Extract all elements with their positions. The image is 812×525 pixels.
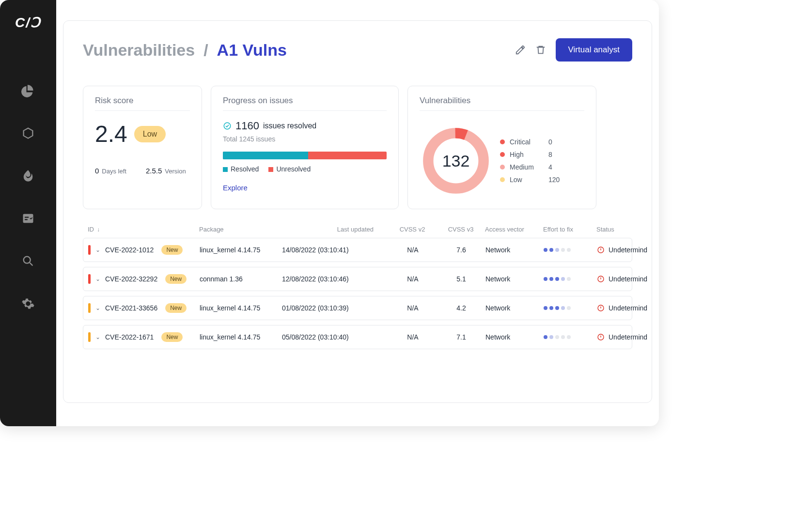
- table-row[interactable]: ⌄ CVE-2022-1012 New linux_kernel 4.14.75…: [83, 238, 632, 262]
- donut-chart: 132: [420, 124, 492, 197]
- app-window: C/Ↄ Vulner: [0, 0, 659, 426]
- logo: C/Ↄ: [15, 15, 41, 31]
- checklist-icon[interactable]: [21, 212, 35, 225]
- breadcrumb-current: A1 Vulns: [217, 41, 287, 60]
- col-vector[interactable]: Access vector: [485, 226, 543, 233]
- card-title: Progress on issues: [223, 96, 387, 111]
- table-row[interactable]: ⌄ CVE-2022-1671 New linux_kernel 4.14.75…: [83, 325, 632, 349]
- cell-effort: [544, 248, 597, 252]
- chevron-down-icon[interactable]: ⌄: [95, 305, 100, 311]
- severity-bar: [88, 245, 91, 255]
- col-last-updated[interactable]: Last updated: [281, 226, 388, 233]
- alert-circle-icon: [597, 246, 605, 254]
- chevron-down-icon[interactable]: ⌄: [95, 276, 100, 282]
- card-title: Risk score: [95, 96, 190, 111]
- cell-id: ⌄ CVE-2022-32292 New: [88, 274, 200, 284]
- cell-effort: [544, 306, 597, 310]
- new-badge: New: [161, 332, 183, 342]
- alert-circle-icon: [597, 304, 605, 312]
- cell-cvss3: 7.6: [437, 246, 485, 254]
- sidebar: C/Ↄ: [0, 0, 56, 426]
- version: 2.5.5Version: [146, 167, 186, 175]
- legend-unresolved: Unresolved: [268, 165, 311, 173]
- pie-chart-icon[interactable]: [21, 84, 35, 97]
- severity-bar: [88, 274, 91, 284]
- header-actions: Virtual analyst: [515, 38, 632, 62]
- svg-point-1: [24, 257, 31, 263]
- resolved-count: 1160 issues resolved: [223, 120, 387, 132]
- cell-package: linux_kernel 4.14.75: [200, 333, 282, 341]
- cell-status: Undetermind: [597, 246, 659, 254]
- svg-point-2: [224, 123, 231, 129]
- cve-id: CVE-2022-1012: [105, 246, 154, 254]
- col-package[interactable]: Package: [199, 226, 281, 233]
- col-id[interactable]: ID↓: [88, 226, 199, 233]
- cve-id: CVE-2022-1671: [105, 333, 154, 341]
- cell-status: Undetermind: [597, 275, 659, 283]
- alert-circle-icon: [597, 333, 605, 341]
- main: Vulnerabilities / A1 Vulns Virtual analy…: [56, 0, 659, 426]
- gear-icon[interactable]: [21, 297, 35, 310]
- progress-legend: Resolved Unresolved: [223, 165, 387, 173]
- col-cvss2[interactable]: CVSS v2: [388, 226, 437, 233]
- sort-arrow-icon: ↓: [97, 226, 100, 233]
- edit-icon[interactable]: [515, 45, 526, 55]
- col-effort[interactable]: Effort to fix: [543, 226, 596, 233]
- progress-card: Progress on issues 1160 issues resolved …: [211, 86, 399, 209]
- virtual-analyst-button[interactable]: Virtual analyst: [556, 38, 632, 62]
- trash-icon[interactable]: [535, 45, 546, 55]
- cell-status: Undetermind: [597, 333, 659, 341]
- new-badge: New: [161, 245, 183, 255]
- explore-link[interactable]: Explore: [223, 184, 387, 192]
- col-status[interactable]: Status: [596, 226, 659, 233]
- breadcrumb-root[interactable]: Vulnerabilities: [83, 41, 195, 60]
- table-header: ID↓ Package Last updated CVSS v2 CVSS v3…: [83, 226, 632, 238]
- check-circle-icon: [223, 122, 232, 130]
- card-title: Vulnerabilities: [420, 96, 584, 111]
- flame-icon[interactable]: [21, 169, 35, 183]
- cell-vector: Network: [485, 304, 544, 312]
- col-cvss3[interactable]: CVSS v3: [437, 226, 485, 233]
- cell-id: ⌄ CVE-2022-1012 New: [88, 245, 200, 255]
- cell-id: ⌄ CVE-2022-1671 New: [88, 332, 200, 342]
- cell-cvss2: N/A: [389, 333, 437, 341]
- risk-level-badge: Low: [134, 126, 166, 142]
- cell-updated: 12/08/2022 (03:10:46): [282, 275, 389, 283]
- table-row[interactable]: ⌄ CVE-2022-32292 New connman 1.36 12/08/…: [83, 267, 632, 291]
- legend-resolved: Resolved: [223, 165, 259, 173]
- nav: [21, 84, 35, 310]
- severity-low: Low120: [500, 176, 584, 184]
- vuln-table: ID↓ Package Last updated CVSS v2 CVSS v3…: [83, 226, 632, 349]
- severity-medium: Medium4: [500, 163, 584, 171]
- cell-package: linux_kernel 4.14.75: [200, 246, 282, 254]
- cell-cvss2: N/A: [389, 246, 437, 254]
- severity-legend: Critical0 High8 Medium4 Low120: [500, 138, 584, 184]
- alert-circle-icon: [597, 275, 605, 283]
- vulnerabilities-card: Vulnerabilities 132 Critical0 High8: [407, 86, 596, 209]
- donut-total: 132: [420, 124, 492, 197]
- cell-id: ⌄ CVE-2021-33656 New: [88, 303, 200, 313]
- risk-score-value: 2.4: [95, 121, 127, 147]
- cell-cvss3: 5.1: [437, 275, 485, 283]
- breadcrumb: Vulnerabilities / A1 Vulns: [83, 41, 287, 60]
- severity-bar: [88, 332, 91, 342]
- chevron-down-icon[interactable]: ⌄: [95, 334, 100, 340]
- table-row[interactable]: ⌄ CVE-2021-33656 New linux_kernel 4.14.7…: [83, 296, 632, 320]
- panel: Vulnerabilities / A1 Vulns Virtual analy…: [63, 20, 652, 403]
- new-badge: New: [165, 274, 187, 284]
- cve-id: CVE-2022-32292: [105, 275, 157, 283]
- risk-score-card: Risk score 2.4 Low 0Days left 2.5.5Versi…: [83, 86, 202, 209]
- cell-package: connman 1.36: [200, 275, 282, 283]
- search-icon[interactable]: [21, 254, 35, 268]
- cell-updated: 05/08/2022 (03:10:40): [282, 333, 389, 341]
- chevron-down-icon[interactable]: ⌄: [95, 247, 100, 253]
- cell-vector: Network: [485, 333, 544, 341]
- cell-cvss2: N/A: [389, 275, 437, 283]
- header: Vulnerabilities / A1 Vulns Virtual analy…: [83, 38, 632, 62]
- cell-vector: Network: [485, 246, 544, 254]
- package-icon[interactable]: [21, 126, 35, 140]
- cell-cvss3: 7.1: [437, 333, 485, 341]
- cve-id: CVE-2021-33656: [105, 304, 157, 312]
- cell-package: linux_kernel 4.14.75: [200, 304, 282, 312]
- cell-vector: Network: [485, 275, 544, 283]
